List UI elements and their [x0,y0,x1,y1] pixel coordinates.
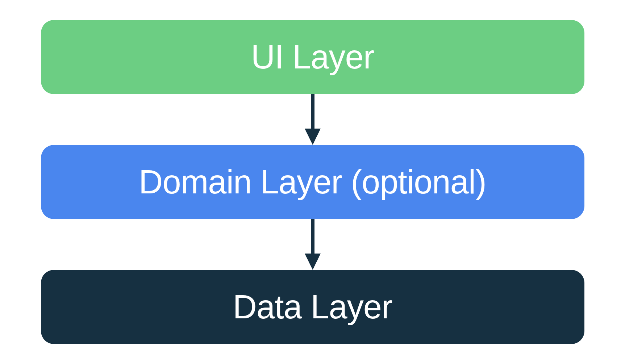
data-layer-box: Data Layer [41,270,584,344]
arrow-down-icon [302,94,324,145]
data-layer-label: Data Layer [233,288,392,326]
svg-marker-1 [305,129,321,145]
architecture-diagram: UI Layer Domain Layer (optional) Data La… [41,20,584,344]
domain-layer-label: Domain Layer (optional) [139,163,486,201]
svg-marker-3 [305,254,321,270]
ui-layer-box: UI Layer [41,20,584,94]
domain-layer-box: Domain Layer (optional) [41,145,584,219]
ui-layer-label: UI Layer [251,38,374,76]
arrow-down-icon [302,219,324,270]
